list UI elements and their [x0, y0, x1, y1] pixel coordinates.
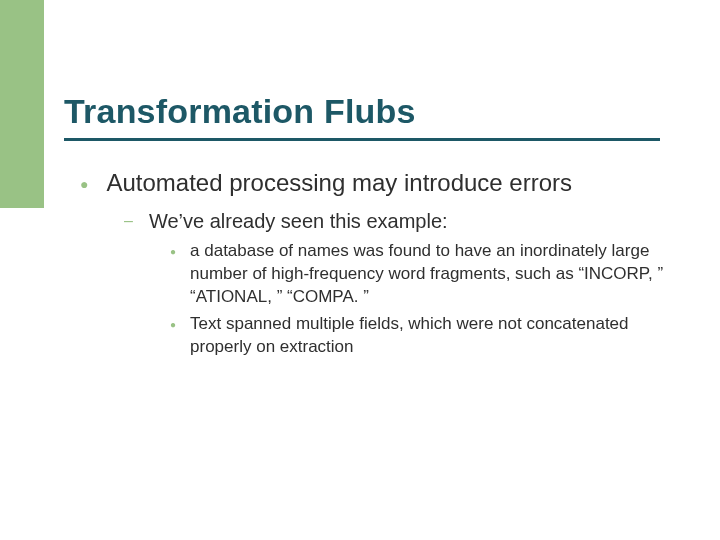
dot-icon: ●: [170, 246, 176, 257]
bullet-level3: ● Text spanned multiple fields, which we…: [170, 313, 670, 359]
level3-text: Text spanned multiple fields, which were…: [190, 313, 670, 359]
level3-text: a database of names was found to have an…: [190, 240, 670, 309]
level3-list: ● a database of names was found to have …: [170, 240, 670, 359]
level2-text: We’ve already seen this example:: [149, 208, 448, 234]
bullet-level2: – We’ve already seen this example:: [124, 208, 670, 234]
dot-icon: ●: [170, 319, 176, 330]
accent-side-block: [0, 0, 44, 208]
level1-text: Automated processing may introduce error…: [106, 168, 572, 198]
bullet-level1: ● Automated processing may introduce err…: [80, 168, 670, 198]
bullet-level3: ● a database of names was found to have …: [170, 240, 670, 309]
slide-title: Transformation Flubs: [64, 92, 416, 131]
dash-icon: –: [124, 212, 133, 230]
slide-body: ● Automated processing may introduce err…: [80, 168, 670, 363]
bullet-icon: ●: [80, 176, 88, 192]
title-underline: [64, 138, 660, 141]
